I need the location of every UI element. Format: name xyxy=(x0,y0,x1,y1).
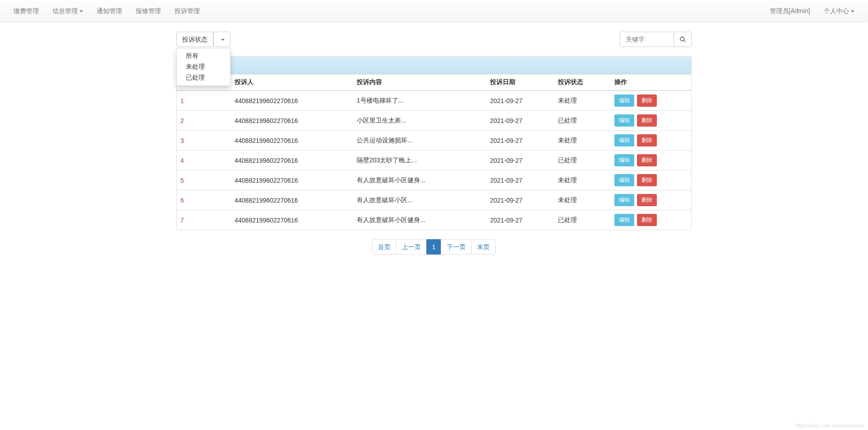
toolbar: 投诉状态 所有 未处理 已处理 xyxy=(176,32,692,47)
page-last[interactable]: 末页 xyxy=(471,239,495,255)
th-status: 投诉状态 xyxy=(554,75,611,91)
complaint-table: 投诉编号 投诉人 投诉内容 投诉日期 投诉状态 操作 1 44088219960… xyxy=(177,74,691,230)
cell-content: 有人故意破坏小区健身... xyxy=(353,170,486,190)
edit-button[interactable]: 编辑 xyxy=(614,194,634,206)
complaint-panel: 投诉列表 投诉编号 投诉人 投诉内容 投诉日期 投诉状态 操作 1 440882… xyxy=(176,56,692,230)
edit-button[interactable]: 编辑 xyxy=(614,174,634,186)
filter-button-group: 投诉状态 所有 未处理 已处理 xyxy=(176,32,231,47)
cell-content: 有人故意破坏小区... xyxy=(353,190,486,210)
cell-actions: 编辑 删除 xyxy=(611,151,691,170)
search-button[interactable] xyxy=(674,32,692,47)
nav-label: 投诉管理 xyxy=(175,7,200,15)
table-row: 7 440882199602270616 有人故意破坏小区健身... 2021-… xyxy=(177,210,691,230)
page-next[interactable]: 下一页 xyxy=(441,239,472,255)
filter-dropdown-toggle[interactable] xyxy=(213,32,231,47)
cell-id: 2 xyxy=(177,111,231,131)
delete-button[interactable]: 删除 xyxy=(637,214,657,226)
panel-heading: 投诉列表 xyxy=(177,57,691,74)
complaint-id-link[interactable]: 2 xyxy=(180,117,184,124)
th-date: 投诉日期 xyxy=(486,75,554,91)
edit-button[interactable]: 编辑 xyxy=(614,214,634,226)
caret-icon xyxy=(851,10,854,12)
search-input[interactable] xyxy=(620,32,674,47)
cell-person: 440882199602270616 xyxy=(231,151,353,170)
cell-id: 1 xyxy=(177,90,231,111)
page-prev[interactable]: 上一页 xyxy=(396,239,427,255)
cell-date: 2021-09-27 xyxy=(486,190,554,210)
complaint-id-link[interactable]: 3 xyxy=(180,137,184,144)
cell-content: 隔壁203太吵了晚上... xyxy=(353,151,486,170)
cell-content: 公共运动设施损坏... xyxy=(353,131,486,151)
nav-label: 缴费管理 xyxy=(14,7,39,15)
table-header-row: 投诉编号 投诉人 投诉内容 投诉日期 投诉状态 操作 xyxy=(177,75,691,91)
page-current[interactable]: 1 xyxy=(426,239,442,255)
table-row: 2 440882199602270616 小区里卫生太差... 2021-09-… xyxy=(177,111,691,131)
cell-date: 2021-09-27 xyxy=(486,151,554,170)
nav-item-notice[interactable]: 通知管理 xyxy=(90,0,129,22)
cell-actions: 编辑 删除 xyxy=(611,210,691,230)
cell-actions: 编辑 删除 xyxy=(611,131,691,151)
cell-id: 5 xyxy=(177,170,231,190)
delete-button[interactable]: 删除 xyxy=(637,134,657,146)
cell-status: 未处理 xyxy=(554,131,611,151)
cell-person: 440882199602270616 xyxy=(231,210,353,230)
nav-item-repair[interactable]: 报修管理 xyxy=(129,0,168,22)
edit-button[interactable]: 编辑 xyxy=(614,95,634,107)
th-actions: 操作 xyxy=(611,75,691,91)
cell-actions: 编辑 删除 xyxy=(611,190,691,210)
nav-left: 缴费管理 信息管理 通知管理 报修管理 投诉管理 xyxy=(7,0,207,22)
complaint-id-link[interactable]: 5 xyxy=(180,177,184,184)
cell-id: 7 xyxy=(177,210,231,230)
nav-label: 通知管理 xyxy=(97,7,122,15)
delete-button[interactable]: 删除 xyxy=(637,154,657,166)
edit-button[interactable]: 编辑 xyxy=(614,134,634,146)
cell-person: 440882199602270616 xyxy=(231,111,353,131)
table-row: 1 440882199602270616 1号楼电梯坏了... 2021-09-… xyxy=(177,90,691,111)
th-person: 投诉人 xyxy=(231,75,353,91)
complaint-id-link[interactable]: 7 xyxy=(180,217,184,224)
table-row: 4 440882199602270616 隔壁203太吵了晚上... 2021-… xyxy=(177,151,691,170)
delete-button[interactable]: 删除 xyxy=(637,95,657,107)
cell-id: 6 xyxy=(177,190,231,210)
cell-person: 440882199602270616 xyxy=(231,170,353,190)
edit-button[interactable]: 编辑 xyxy=(614,114,634,127)
table-row: 5 440882199602270616 有人故意破坏小区健身... 2021-… xyxy=(177,170,691,190)
cell-person: 440882199602270616 xyxy=(231,90,353,111)
delete-button[interactable]: 删除 xyxy=(637,174,657,186)
pagination: 首页 上一页 1 下一页 末页 xyxy=(176,239,692,255)
nav-label: 报修管理 xyxy=(136,7,161,15)
cell-id: 4 xyxy=(177,151,231,170)
filter-option-done[interactable]: 已处理 xyxy=(177,72,230,83)
cell-status: 已处理 xyxy=(554,111,611,131)
nav-label: 信息管理 xyxy=(52,7,78,15)
nav-item-profile[interactable]: 个人中心 xyxy=(817,0,861,22)
cell-content: 有人故意破坏小区健身... xyxy=(353,210,486,230)
edit-button[interactable]: 编辑 xyxy=(614,154,634,166)
nav-item-admin[interactable]: 管理员[Admin] xyxy=(763,0,817,22)
complaint-id-link[interactable]: 1 xyxy=(180,97,184,104)
nav-item-payment[interactable]: 缴费管理 xyxy=(7,0,46,22)
complaint-id-link[interactable]: 6 xyxy=(180,197,184,204)
delete-button[interactable]: 删除 xyxy=(637,114,657,127)
nav-item-complaint[interactable]: 投诉管理 xyxy=(168,0,207,22)
cell-id: 3 xyxy=(177,131,231,151)
th-content: 投诉内容 xyxy=(353,75,486,91)
nav-label: 管理员[Admin] xyxy=(770,7,810,15)
caret-icon xyxy=(80,10,83,12)
cell-status: 已处理 xyxy=(554,151,611,170)
caret-icon xyxy=(221,39,225,41)
cell-actions: 编辑 删除 xyxy=(611,111,691,131)
cell-status: 未处理 xyxy=(554,190,611,210)
cell-content: 小区里卫生太差... xyxy=(353,111,486,131)
filter-option-all[interactable]: 所有 xyxy=(177,51,230,61)
delete-button[interactable]: 删除 xyxy=(637,194,657,206)
nav-item-info[interactable]: 信息管理 xyxy=(46,0,90,22)
filter-status-button[interactable]: 投诉状态 xyxy=(176,32,213,47)
cell-date: 2021-09-27 xyxy=(486,210,554,230)
complaint-id-link[interactable]: 4 xyxy=(180,157,184,164)
cell-status: 未处理 xyxy=(554,170,611,190)
navbar: 缴费管理 信息管理 通知管理 报修管理 投诉管理 管理员[Admin] 个人中心 xyxy=(0,0,868,23)
page-first[interactable]: 首页 xyxy=(372,239,396,255)
search-icon xyxy=(679,36,686,43)
filter-option-pending[interactable]: 未处理 xyxy=(177,61,230,72)
